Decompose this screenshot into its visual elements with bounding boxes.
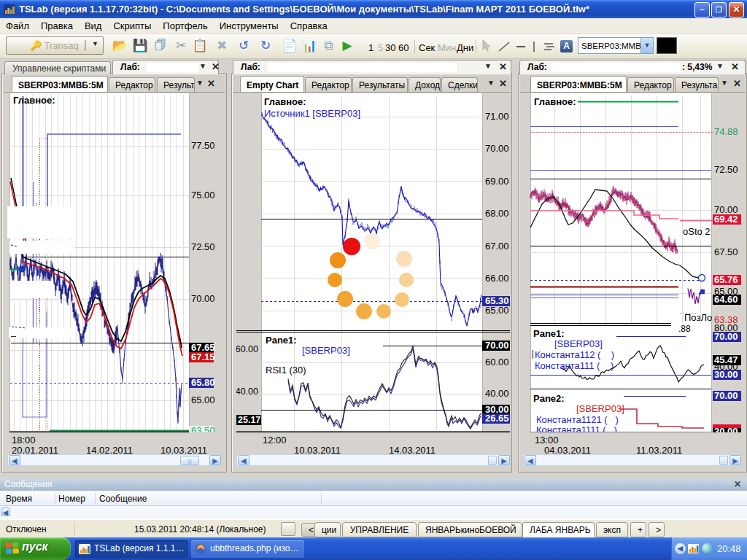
- svg-text:67.15: 67.15: [191, 351, 215, 362]
- svg-text:40.00: 40.00: [485, 388, 509, 399]
- svg-text:Главное:: Главное:: [534, 96, 576, 107]
- svg-text:77.50: 77.50: [191, 140, 215, 151]
- svg-text:Главное:: Главное:: [264, 96, 306, 107]
- svg-text:30.00: 30.00: [714, 426, 738, 432]
- svg-text:40.00: 40.00: [236, 386, 258, 397]
- svg-text:71.00: 71.00: [485, 111, 509, 122]
- svg-text:74.88: 74.88: [714, 126, 738, 137]
- svg-text:25.17: 25.17: [238, 415, 260, 425]
- svg-text:30.00: 30.00: [714, 369, 738, 380]
- svg-text:69.42: 69.42: [714, 214, 738, 225]
- svg-text:Константа1121 ( ): Константа1121 ( ): [536, 414, 619, 425]
- svg-text:70.00: 70.00: [485, 143, 509, 154]
- svg-text:Главное:: Главное:: [13, 95, 55, 106]
- svg-text:[SBERP03]: [SBERP03]: [302, 345, 350, 356]
- svg-text:68.00: 68.00: [485, 208, 509, 219]
- svg-text:63.50: 63.50: [191, 425, 215, 432]
- svg-text:70.00: 70.00: [714, 390, 738, 401]
- svg-text:[SBERP03]: [SBERP03]: [576, 403, 624, 414]
- svg-text:Константа111 ( ): Константа111 ( ): [535, 360, 614, 371]
- svg-text:60.00: 60.00: [485, 357, 509, 368]
- svg-text:75.00: 75.00: [191, 190, 215, 201]
- svg-text:ПозЛо: ПозЛо: [684, 312, 712, 323]
- svg-text:69.00: 69.00: [485, 176, 509, 187]
- svg-text:66.00: 66.00: [485, 273, 509, 284]
- svg-text:70.00: 70.00: [191, 293, 215, 304]
- svg-text:70.00: 70.00: [714, 331, 738, 342]
- svg-text:72.50: 72.50: [714, 164, 738, 175]
- svg-text:65.30: 65.30: [485, 295, 509, 306]
- svg-text:Источник1 [SBERP03]: Источник1 [SBERP03]: [264, 108, 360, 119]
- svg-text:[SBERP03]: [SBERP03]: [554, 338, 603, 349]
- svg-text:Pane2:: Pane2:: [533, 393, 565, 404]
- svg-text:.88: .88: [678, 324, 691, 334]
- svg-text:Константа112 ( ): Константа112 ( ): [535, 349, 614, 360]
- svg-text:70.00: 70.00: [485, 340, 509, 351]
- svg-text:Константа1111 ( ): Константа1111 ( ): [536, 424, 617, 432]
- svg-text:64.60: 64.60: [714, 294, 738, 305]
- svg-text:65.76: 65.76: [714, 274, 738, 285]
- svg-text:RSI1 (30): RSI1 (30): [266, 365, 306, 376]
- svg-text:65.00: 65.00: [485, 305, 509, 316]
- svg-text:65.80: 65.80: [191, 377, 215, 388]
- svg-text:Pane1:: Pane1:: [266, 335, 297, 346]
- svg-text:oSto 2: oSto 2: [683, 226, 711, 237]
- svg-text:Pane1:: Pane1:: [533, 328, 565, 339]
- svg-text:72.50: 72.50: [191, 241, 215, 252]
- svg-text:26.65: 26.65: [485, 413, 509, 424]
- svg-text:67.50: 67.50: [714, 246, 738, 257]
- svg-text:65.00: 65.00: [191, 394, 215, 405]
- svg-text:60.00: 60.00: [236, 344, 258, 354]
- svg-text:67.00: 67.00: [485, 241, 509, 252]
